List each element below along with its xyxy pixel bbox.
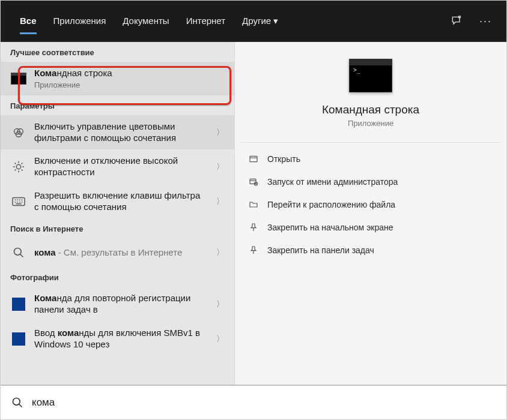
results-panel: Лучшее соответствие Командная строка При… [1, 42, 234, 385]
section-photos: Фотографии [1, 267, 234, 287]
chevron-right-icon: 〉 [211, 161, 228, 172]
photo-thumbnail-icon [12, 298, 25, 311]
search-window: Все Приложения Документы Интернет Другие… [0, 0, 507, 420]
preview-subtitle: Приложение [348, 119, 393, 128]
result-setting-color-filters[interactable]: Включить управление цветовыми фильтрами … [1, 115, 234, 150]
action-open-file-location[interactable]: Перейти к расположению файла [241, 193, 500, 216]
keyboard-icon [10, 193, 27, 210]
photo-thumbnail-icon [12, 332, 25, 346]
action-run-as-admin[interactable]: Запуск от имени администратора [241, 170, 500, 193]
svg-point-10 [13, 398, 20, 406]
section-web-search: Поиск в Интернете [1, 218, 234, 238]
scope-tabbar: Все Приложения Документы Интернет Другие… [1, 1, 506, 41]
svg-rect-7 [250, 156, 257, 161]
svg-rect-8 [250, 179, 256, 184]
search-bar [1, 385, 506, 419]
chevron-right-icon: 〉 [211, 196, 228, 207]
pin-taskbar-icon [248, 245, 259, 256]
brightness-icon [10, 158, 27, 175]
preview-actions: Открыть Запуск от имени администратора П… [241, 142, 500, 262]
tab-more[interactable]: Другие▾ [234, 1, 287, 41]
action-open[interactable]: Открыть [241, 148, 500, 170]
pin-start-icon [248, 222, 259, 233]
open-icon [248, 154, 259, 164]
tab-documents[interactable]: Документы [114, 1, 177, 41]
svg-rect-5 [13, 197, 25, 205]
result-command-prompt[interactable]: Командная строка Приложение [1, 62, 234, 95]
result-web-search[interactable]: кома - См. результаты в Интернете 〉 [1, 238, 234, 267]
result-setting-filter-keys[interactable]: Разрешить включение клавиш фильтра с пом… [1, 184, 234, 219]
preview-title: Командная строка [322, 103, 419, 116]
tab-all[interactable]: Все [11, 1, 45, 41]
chevron-down-icon: ▾ [273, 16, 278, 26]
section-best-match: Лучшее соответствие [1, 42, 234, 62]
folder-icon [248, 199, 259, 210]
svg-point-6 [14, 248, 22, 256]
result-photo-1[interactable]: Команда для повторной регистрации панели… [1, 287, 234, 322]
result-setting-high-contrast[interactable]: Включение и отключение высокой контрастн… [1, 149, 234, 184]
chevron-right-icon: 〉 [211, 127, 228, 138]
chevron-right-icon: 〉 [211, 299, 228, 310]
admin-icon [248, 176, 259, 187]
search-icon [11, 397, 23, 409]
svg-point-4 [16, 164, 20, 169]
chevron-right-icon: 〉 [211, 247, 228, 258]
preview-app-icon [349, 59, 392, 92]
tab-internet[interactable]: Интернет [178, 1, 234, 41]
result-photo-2[interactable]: Ввод команды для включения SMBv1 в Windo… [1, 322, 234, 356]
feedback-icon[interactable] [451, 15, 463, 27]
tab-apps[interactable]: Приложения [45, 1, 115, 41]
chevron-right-icon: 〉 [211, 334, 228, 344]
search-input[interactable] [32, 397, 496, 409]
color-filter-icon [10, 124, 27, 141]
section-settings: Параметры [1, 95, 234, 115]
action-pin-to-taskbar[interactable]: Закрепить на панели задач [241, 239, 500, 262]
action-pin-to-start[interactable]: Закрепить на начальном экране [241, 216, 500, 239]
search-icon [10, 244, 27, 261]
preview-panel: Командная строка Приложение Открыть Запу… [234, 42, 506, 385]
more-options-icon[interactable]: ··· [479, 15, 492, 28]
cmd-icon [11, 73, 26, 85]
